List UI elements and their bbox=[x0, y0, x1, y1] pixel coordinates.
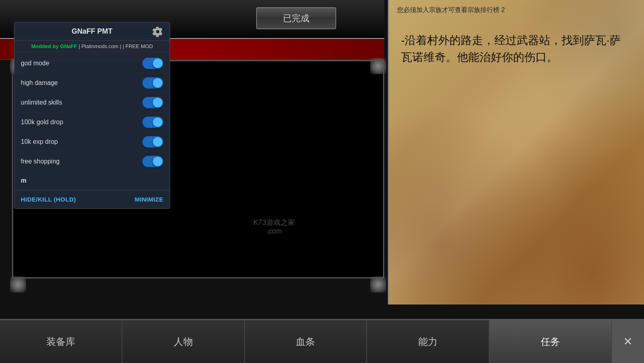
pmt-subtitle: Modded by GNaFF | Platinmods.com | | FRE… bbox=[14, 41, 170, 52]
pmt-footer: HIDE/KILL (HOLD) MINIMIZE bbox=[14, 190, 170, 208]
right-panel: 您必须加入宗族才可查看宗族排行榜 2 -沿着村外的路走，经过武器站，找到萨瓦·萨… bbox=[388, 0, 644, 305]
toggle-4[interactable] bbox=[142, 136, 163, 147]
nav-item-4[interactable]: 任务 bbox=[490, 320, 612, 363]
toggle-5[interactable] bbox=[142, 156, 163, 167]
corner-br bbox=[370, 276, 386, 292]
pmt-modded-label: Modded by GNaFF bbox=[31, 43, 77, 49]
pmt-option-4: 10k exp drop bbox=[14, 132, 170, 152]
pmt-option-label-5: free shopping bbox=[21, 158, 60, 165]
nav-item-3[interactable]: 能力 bbox=[367, 320, 490, 363]
pmt-option-1: high damage bbox=[14, 73, 170, 93]
minimize-button[interactable]: MINIMIZE bbox=[135, 196, 164, 203]
bottom-nav: 装备库人物血条能力任务✕ bbox=[0, 319, 644, 363]
game-background: 已完成 K73游戏之家 .com 您必须加入宗族才可查看宗族排行榜 2 -沿着村… bbox=[0, 0, 644, 363]
quest-text: -沿着村外的路走，经过武器站，找到萨瓦·萨瓦诺维奇。他能治好你的伤口。 bbox=[401, 32, 632, 66]
clan-notice: 您必须加入宗族才可查看宗族排行榜 2 bbox=[397, 6, 636, 14]
corner-tr bbox=[370, 58, 386, 74]
hide-kill-button[interactable]: HIDE/KILL (HOLD) bbox=[21, 196, 76, 203]
toggle-3[interactable] bbox=[142, 117, 163, 128]
pmt-header: GNaFF PMT bbox=[14, 22, 170, 41]
toggle-1[interactable] bbox=[142, 77, 163, 89]
toggle-2[interactable] bbox=[142, 97, 163, 108]
pmt-panel: GNaFF PMT Modded by GNaFF | Platinmods.c… bbox=[14, 22, 170, 209]
nav-item-0[interactable]: 装备库 bbox=[0, 320, 122, 363]
pmt-option-label-0: god mode bbox=[21, 60, 49, 67]
pmt-option-label-4: 10k exp drop bbox=[21, 138, 58, 145]
pmt-option-label-1: high damage bbox=[21, 79, 58, 87]
pmt-option-label-2: unlimited skills bbox=[21, 99, 62, 106]
pmt-title: GNaFF PMT bbox=[72, 27, 112, 36]
pmt-option-3: 100k gold drop bbox=[14, 113, 170, 132]
watermark: K73游戏之家 .com bbox=[253, 218, 295, 236]
pmt-platinmods-label: | Platinmods.com | | FREE MOD bbox=[78, 43, 153, 49]
toggle-knob-5 bbox=[153, 157, 163, 166]
completed-button[interactable]: 已完成 bbox=[256, 7, 336, 29]
nav-item-1[interactable]: 人物 bbox=[122, 320, 245, 363]
nav-item-2[interactable]: 血条 bbox=[245, 320, 367, 363]
toggle-knob-4 bbox=[153, 137, 163, 147]
pmt-option-label-3: 100k gold drop bbox=[21, 119, 63, 126]
toggle-0[interactable] bbox=[142, 58, 163, 69]
pmt-option-5: free shopping bbox=[14, 152, 170, 171]
gear-icon[interactable] bbox=[152, 26, 163, 37]
corner-bl bbox=[10, 276, 26, 292]
toggle-knob-1 bbox=[153, 78, 163, 88]
toggle-knob-2 bbox=[153, 98, 163, 107]
pmt-option-0: god mode bbox=[14, 54, 170, 73]
pmt-options-list: god mode high damage unlimited skills 10… bbox=[14, 52, 170, 173]
pmt-option-2: unlimited skills bbox=[14, 93, 170, 113]
nav-close-button[interactable]: ✕ bbox=[612, 320, 644, 363]
pmt-extra-label: m bbox=[14, 173, 170, 188]
toggle-knob-0 bbox=[153, 58, 163, 68]
toggle-knob-3 bbox=[153, 117, 163, 127]
